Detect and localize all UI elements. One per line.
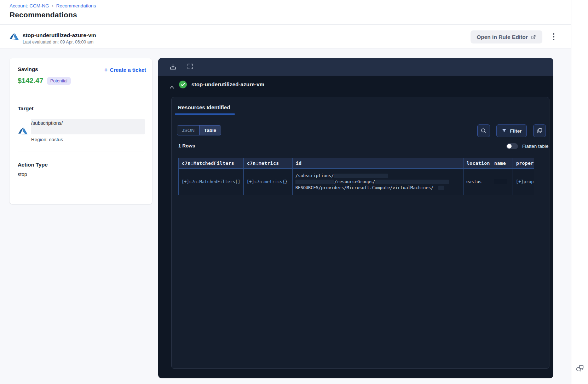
target-label: Target xyxy=(18,105,34,111)
col-id: id xyxy=(293,158,463,169)
view-toggle-json[interactable]: JSON xyxy=(177,126,199,135)
cell-matched-filters: [+]c7n:MatchedFilters[] xyxy=(179,169,244,195)
azure-icon xyxy=(10,32,19,41)
resources-table: c7n:MatchedFilters c7n:metrics id locati… xyxy=(178,158,534,195)
rule-name: stop-underutilized-azure-vm xyxy=(23,32,96,39)
tab-active-underline xyxy=(175,114,235,115)
savings-amount: $142.47 xyxy=(18,77,43,85)
plus-icon: + xyxy=(104,68,108,72)
create-ticket-link[interactable]: + Create a ticket xyxy=(104,67,146,73)
open-in-rule-editor-label: Open in Rule Editor xyxy=(477,34,528,40)
results-toolbar xyxy=(158,58,553,76)
recommendations-page: Account: CCM-NG › Recommendations Recomm… xyxy=(0,0,588,384)
top-bar: Account: CCM-NG › Recommendations Recomm… xyxy=(0,0,571,25)
col-name: name xyxy=(491,158,513,169)
id-line2: /resourceGroups/ xyxy=(334,179,375,184)
table-header-row: c7n:MatchedFilters c7n:metrics id locati… xyxy=(179,158,534,169)
potential-badge: Potential xyxy=(47,77,71,85)
redacted-text xyxy=(494,179,507,184)
matched-filters-expander[interactable]: [+]c7n:MatchedFilters[] xyxy=(181,179,240,184)
rule-last-evaluated: Last evaluated on: 09 Apr, 06:00 am xyxy=(23,40,93,45)
view-toggle-table[interactable]: Table xyxy=(199,126,221,135)
savings-label: Savings xyxy=(18,66,38,72)
breadcrumb: Account: CCM-NG › Recommendations xyxy=(10,3,96,8)
redacted-text xyxy=(334,174,388,178)
target-path: /subscriptions/ xyxy=(31,120,63,126)
search-button[interactable] xyxy=(477,124,490,137)
download-icon[interactable] xyxy=(169,63,177,71)
action-type-label: Action Type xyxy=(18,162,48,168)
id-line3: RESOURCES/providers/Microsoft.Compute/vi… xyxy=(295,185,433,190)
breadcrumb-recommendations-link[interactable]: Recommendations xyxy=(56,3,96,8)
metrics-expander[interactable]: [+]c7n:metrics{} xyxy=(247,179,288,184)
open-in-rule-editor-button[interactable]: Open in Rule Editor xyxy=(471,30,542,43)
results-panel: stop-underutilized-azure-vm Resources Id… xyxy=(158,58,553,378)
create-ticket-label: Create a ticket xyxy=(110,67,146,73)
location-value: eastus xyxy=(466,179,482,184)
copy-button[interactable] xyxy=(533,124,546,137)
redacted-text xyxy=(295,180,334,184)
resources-identified-panel: Resources Identified JSON Table xyxy=(171,97,549,369)
chevron-up-icon[interactable] xyxy=(168,84,176,90)
table-row: [+]c7n:MatchedFilters[] [+]c7n:metrics{}… xyxy=(179,169,534,195)
col-metrics: c7n:metrics xyxy=(244,158,293,169)
cell-metrics: [+]c7n:metrics{} xyxy=(244,169,293,195)
external-link-icon xyxy=(531,34,536,40)
cell-id: /subscriptions/ /resourceGroups/ RESOURC… xyxy=(293,169,463,195)
resources-table-wrap: c7n:MatchedFilters c7n:metrics id locati… xyxy=(178,158,534,195)
cell-name xyxy=(491,169,513,195)
redacted-text xyxy=(438,186,444,190)
savings-card: Savings + Create a ticket $142.47 Potent… xyxy=(10,58,152,204)
cell-location: eastus xyxy=(463,169,491,195)
action-type-value: stop xyxy=(18,171,27,177)
cell-properties: [+]prop xyxy=(513,169,534,195)
rule-result-row: stop-underutilized-azure-vm xyxy=(158,76,553,97)
copy-icon xyxy=(536,127,543,134)
flatten-table-toggle[interactable] xyxy=(506,143,518,149)
toggle-knob xyxy=(507,144,512,149)
result-rule-name: stop-underutilized-azure-vm xyxy=(191,81,264,87)
filter-icon xyxy=(501,128,507,134)
tab-resources-identified[interactable]: Resources Identified xyxy=(178,104,230,110)
redacted-text xyxy=(375,180,449,184)
col-matched-filters: c7n:MatchedFilters xyxy=(179,158,244,169)
check-circle-icon xyxy=(179,80,187,89)
target-region: Region: eastus xyxy=(31,137,63,142)
filter-label: Filter xyxy=(510,128,521,134)
flatten-table-label: Flatten table xyxy=(522,144,548,149)
rows-count: 1 Rows xyxy=(178,143,195,149)
id-line1: /subscriptions/ xyxy=(295,173,334,178)
right-rail xyxy=(571,0,588,384)
page-title: Recommendations xyxy=(10,11,77,19)
azure-icon xyxy=(18,126,28,135)
rule-header: stop-underutilized-azure-vm Last evaluat… xyxy=(0,25,571,48)
col-properties: propert xyxy=(513,158,534,169)
chat-bubble-icon[interactable] xyxy=(575,363,585,373)
breadcrumb-account-link[interactable]: Account: CCM-NG xyxy=(10,3,49,8)
search-icon xyxy=(480,127,487,134)
fullscreen-icon[interactable] xyxy=(186,63,195,71)
col-location: location xyxy=(463,158,491,169)
properties-expander[interactable]: [+]prop xyxy=(516,179,534,184)
breadcrumb-separator-icon: › xyxy=(52,4,53,8)
view-toggle: JSON Table xyxy=(177,125,221,135)
kebab-menu-icon[interactable] xyxy=(550,31,557,42)
filter-button[interactable]: Filter xyxy=(496,124,527,137)
flatten-table-control: Flatten table xyxy=(506,143,548,149)
